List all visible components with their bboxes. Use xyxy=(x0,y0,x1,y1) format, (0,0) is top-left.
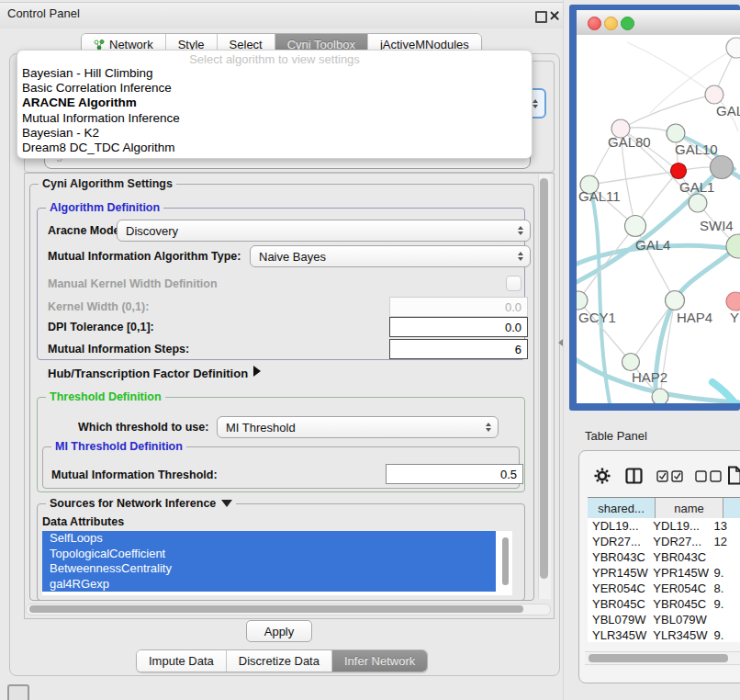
algorithm-popup-placeholder: Select algorithm to view settings xyxy=(17,52,532,66)
table-cell: YDL19... xyxy=(649,518,711,534)
network-graph: GALGAL80GAL10GAL1GAL11SWI4GAL4GCY1HAP4YH… xyxy=(577,35,740,403)
table-row[interactable]: YLR345WYLR345W9. xyxy=(588,627,740,642)
minimize-traffic-light-icon[interactable] xyxy=(604,17,618,30)
algorithm-option-aracne-algorithm[interactable]: ARACNE Algorithm xyxy=(17,96,532,110)
table-hscrollbar-thumb[interactable] xyxy=(589,654,728,662)
table-row[interactable]: YPR145WYPR145W9. xyxy=(588,565,740,581)
network-node[interactable] xyxy=(726,38,740,58)
kernel-width-label: Kernel Width (0,1): xyxy=(48,300,149,313)
select-all-checkboxes-icon[interactable] xyxy=(656,470,684,482)
algorithm-option-mutual-information-inference[interactable]: Mutual Information Inference xyxy=(17,111,532,126)
which-threshold-value: MI Threshold xyxy=(226,421,296,435)
algorithm-option-basic-correlation-inference[interactable]: Basic Correlation Inference xyxy=(17,81,532,96)
attribute-item-topologicalcoefficient[interactable]: TopologicalCoefficient xyxy=(42,547,496,562)
attribute-item-selfloops[interactable]: SelfLoops xyxy=(42,531,496,547)
table-row[interactable]: YER054CYER054C8. xyxy=(588,581,740,596)
algorithm-option-bayesian-k2[interactable]: Bayesian - K2 xyxy=(17,126,532,141)
aracne-mode-value: Discovery xyxy=(126,224,178,238)
float-window-icon[interactable] xyxy=(535,11,547,23)
table-cell: YPR145W xyxy=(588,565,649,581)
table-cell: YBR043C xyxy=(588,549,649,565)
tab-impute-data[interactable]: Impute Data xyxy=(137,650,227,672)
algorithm-option-dream8-dc-tdc-algorithm[interactable]: Dream8 DC_TDC Algorithm xyxy=(17,141,532,155)
table-row[interactable]: YDR27...YDR27...12 xyxy=(588,534,740,549)
network-window-titlebar[interactable] xyxy=(577,10,740,36)
kernel-width-field: 0.0 xyxy=(389,297,528,317)
table-row[interactable]: YBR045CYBR045C9. xyxy=(588,596,740,612)
algorithm-dropdown-popup: Select algorithm to view settings Bayesi… xyxy=(17,50,533,159)
network-node[interactable] xyxy=(705,85,723,104)
which-threshold-combo[interactable]: MI Threshold xyxy=(217,416,499,438)
algorithm-option-list: Bayesian - Hill ClimbingBasic Correlatio… xyxy=(17,66,532,155)
list-vscrollbar-thumb[interactable] xyxy=(502,537,509,585)
combo-stepper-icon xyxy=(518,226,523,235)
close-icon[interactable] xyxy=(549,10,560,21)
zoom-traffic-light-icon[interactable] xyxy=(621,17,634,30)
table-row[interactable]: YDL19...YDL19...13 xyxy=(588,518,740,534)
column-layout-icon[interactable] xyxy=(625,468,643,484)
mi-steps-field[interactable]: 6 xyxy=(389,339,528,359)
manual-kernel-width-checkbox[interactable] xyxy=(506,276,521,291)
network-node[interactable] xyxy=(667,124,685,142)
table-header-row: shared... name xyxy=(588,497,740,520)
table-body: YDL19...YDL19...13YDR27...YDR27...12YBR0… xyxy=(588,518,740,642)
dpi-tolerance-label: DPI Tolerance [0,1]: xyxy=(48,321,154,333)
application-root: { "control_panel": { "title": "Control P… xyxy=(0,0,740,700)
table-hscrollbar-track[interactable] xyxy=(585,651,740,665)
mi-threshold-field[interactable]: 0.5 xyxy=(386,464,523,484)
expand-arrow-icon[interactable] xyxy=(253,366,261,377)
network-node[interactable] xyxy=(671,164,687,179)
column-header-shared-name[interactable]: shared... xyxy=(588,498,656,519)
data-attributes-list[interactable]: SelfLoopsTopologicalCoefficientBetweenne… xyxy=(42,531,512,595)
table-cell: YBR043C xyxy=(649,549,711,565)
network-node[interactable] xyxy=(726,292,740,310)
manual-kernel-width-label: Manual Kernel Width Definition xyxy=(48,277,218,290)
node-label-hap4: HAP4 xyxy=(677,310,712,325)
algorithm-option-bayesian-hill-climbing[interactable]: Bayesian - Hill Climbing xyxy=(17,66,532,81)
network-node[interactable] xyxy=(711,156,734,179)
network-node[interactable] xyxy=(666,291,685,310)
tab-infer-network[interactable]: Infer Network xyxy=(332,650,427,672)
node-label-gcy1: GCY1 xyxy=(578,310,616,325)
mi-threshold-value: 0.5 xyxy=(500,468,517,481)
attribute-item-gal4rgexp[interactable]: gal4RGexp xyxy=(42,577,496,593)
mi-threshold-label: Mutual Information Threshold: xyxy=(51,469,218,481)
network-node[interactable] xyxy=(652,389,668,403)
network-node[interactable] xyxy=(625,216,646,237)
tab-label: Infer Network xyxy=(344,654,415,668)
table-row[interactable]: YBL079WYBL079W xyxy=(588,612,740,627)
apply-button-label: Apply xyxy=(264,625,295,638)
splitter-collapse-icon[interactable] xyxy=(558,339,563,346)
network-node[interactable] xyxy=(689,194,707,212)
column-header-name[interactable]: name xyxy=(656,498,723,519)
mi-algorithm-type-value: Naive Bayes xyxy=(259,250,326,264)
settings-hscrollbar-track[interactable] xyxy=(26,604,551,615)
column-header-partial[interactable] xyxy=(723,498,740,519)
table-panel: shared... name YDL19...YDL19...13YDR27..… xyxy=(578,450,740,683)
network-node[interactable] xyxy=(577,291,588,310)
table-cell: 12 xyxy=(712,534,740,549)
settings-hscrollbar-thumb[interactable] xyxy=(29,605,523,613)
dpi-tolerance-field[interactable]: 0.0 xyxy=(389,317,528,337)
combo-stepper-icon xyxy=(518,252,523,261)
network-canvas[interactable]: GALGAL80GAL10GAL1GAL11SWI4GAL4GCY1HAP4YH… xyxy=(577,35,740,403)
settings-gear-icon[interactable] xyxy=(594,468,611,484)
cyni-algorithm-settings-legend: Cyni Algorithm Settings xyxy=(39,177,176,190)
apply-button[interactable]: Apply xyxy=(246,620,312,642)
network-node[interactable] xyxy=(622,354,640,371)
collapse-arrow-icon[interactable] xyxy=(221,500,232,507)
tab-discretize-data[interactable]: Discretize Data xyxy=(227,650,332,672)
settings-vscrollbar-thumb[interactable] xyxy=(540,178,548,579)
dock-panel-icon[interactable] xyxy=(7,684,29,700)
mi-algorithm-type-combo[interactable]: Naive Bayes xyxy=(250,245,531,267)
table-row[interactable]: YBR043CYBR043C xyxy=(588,549,740,565)
table-panel-title: Table Panel xyxy=(585,429,647,443)
new-table-icon[interactable] xyxy=(727,466,740,485)
close-traffic-light-icon[interactable] xyxy=(588,17,601,30)
attribute-item-betweennesscentrality[interactable]: BetweennessCentrality xyxy=(42,561,496,577)
network-view-window[interactable]: GALGAL80GAL10GAL1GAL11SWI4GAL4GCY1HAP4YH… xyxy=(569,5,740,411)
table-cell xyxy=(712,612,740,627)
deselect-all-checkboxes-icon[interactable] xyxy=(695,470,723,482)
table-cell: YPR145W xyxy=(649,565,711,581)
aracne-mode-combo[interactable]: Discovery xyxy=(117,220,531,242)
